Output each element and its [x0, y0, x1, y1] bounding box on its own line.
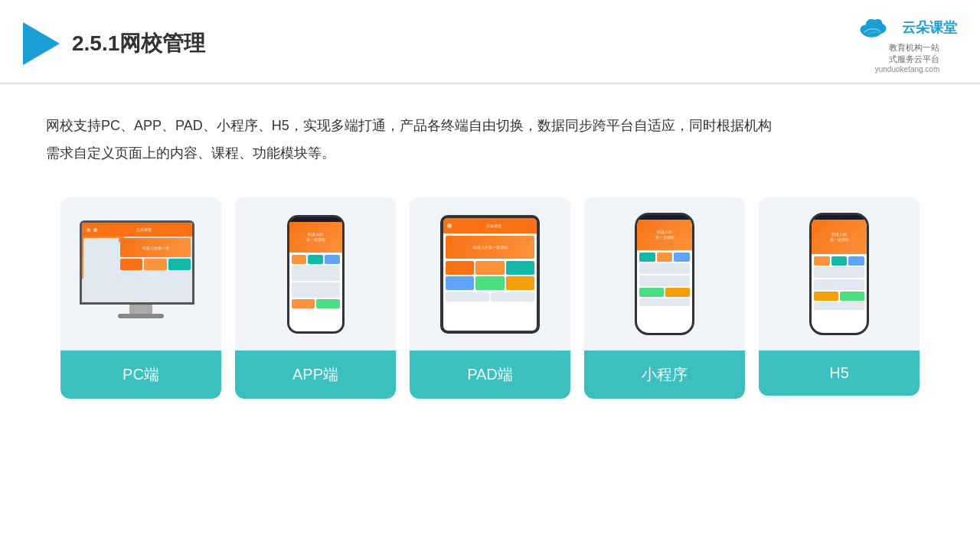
page-title: 2.5.1网校管理: [72, 29, 205, 58]
svg-point-4: [874, 19, 883, 28]
page-header: 2.5.1网校管理 云朵课堂 教育机构一站 式服务云平台 yunduoketan…: [0, 0, 980, 84]
phone-app-icon: 职进人的第一堂课程: [287, 215, 345, 334]
card-miniapp: 职进人的第一堂课程: [584, 197, 745, 399]
card-miniapp-image: 职进人的第一堂课程: [584, 197, 745, 350]
brand-name: 云朵课堂: [902, 18, 957, 37]
page-description: 网校支持PC、APP、PAD、小程序、H5，实现多端打通，产品各终端自由切换，数…: [0, 84, 980, 182]
card-miniapp-label: 小程序: [584, 350, 745, 399]
card-pad-label: PAD端: [410, 350, 570, 399]
card-pad-image: 云朵课堂 职进人的第一堂课程: [410, 197, 570, 350]
card-pc-image: 云朵课堂 职进人的第一堂: [60, 197, 221, 350]
cloud-icon: [858, 14, 896, 41]
card-app: 职进人的第一堂课程: [235, 197, 396, 399]
card-pc-label: PC端: [60, 350, 221, 399]
card-app-label: APP端: [235, 350, 396, 399]
card-app-image: 职进人的第一堂课程: [235, 197, 396, 350]
brand-tagline: 教育机构一站 式服务云平台 yunduoketang.com: [875, 42, 940, 73]
pc-monitor-icon: 云朵课堂 职进人的第一堂: [80, 220, 202, 328]
device-cards-container: 云朵课堂 职进人的第一堂: [0, 182, 980, 399]
card-pad: 云朵课堂 职进人的第一堂课程: [410, 197, 570, 399]
tablet-pad-icon: 云朵课堂 职进人的第一堂课程: [440, 215, 540, 334]
card-h5: 职进人的第一堂课程: [759, 197, 920, 399]
card-pc: 云朵课堂 职进人的第一堂: [60, 197, 221, 399]
phone-h5-icon: 职进人的第一堂课程: [809, 213, 869, 335]
header-left: 2.5.1网校管理: [23, 22, 205, 65]
brand-logo: 云朵课堂: [858, 14, 957, 41]
card-h5-label: H5: [759, 350, 920, 396]
header-right: 云朵课堂 教育机构一站 式服务云平台 yunduoketang.com: [858, 14, 957, 73]
card-h5-image: 职进人的第一堂课程: [759, 197, 920, 350]
brand-url: yunduoketang.com: [875, 65, 940, 73]
logo-triangle-icon: [23, 22, 60, 65]
phone-miniapp-icon: 职进人的第一堂课程: [635, 213, 694, 335]
